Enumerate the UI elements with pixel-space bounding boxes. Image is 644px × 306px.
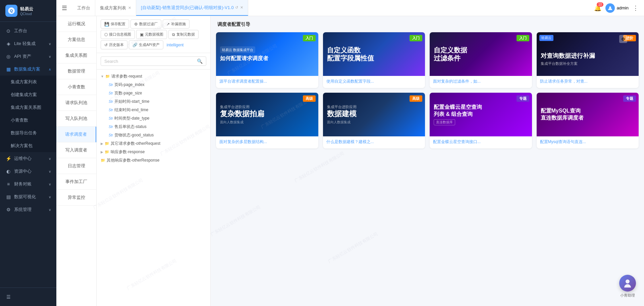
sidebar-item-label: API 资产 (14, 53, 49, 59)
left-panel-item-req-queue[interactable]: 请求队列池 (56, 95, 96, 111)
card-settings-icon-4[interactable]: ⚙ (619, 35, 627, 43)
search-icon[interactable]: 🔍 (197, 58, 203, 64)
tree-node-req-params[interactable]: ▼ 📁 请求参数-request (97, 72, 210, 81)
search-input[interactable] (104, 59, 197, 64)
gen-api-button[interactable]: 🔗 生成API资产 (129, 40, 163, 49)
type-str-badge: Str (109, 83, 113, 87)
sidebar-item-sys-mgmt[interactable]: ⚙ 系统管理 ∨ (0, 203, 56, 216)
guide-card-3[interactable]: 入门 自定义数据过滤条件 面对复杂的过滤条件，如... (430, 32, 532, 88)
header-menu-icon[interactable]: ☰ (62, 4, 67, 12)
sidebar-item-data-viz[interactable]: ▤ 数据可视化 ∨ (0, 190, 56, 203)
sidebar-item-label: 创建集成方案 (11, 92, 51, 98)
guide-card-6[interactable]: 高级 集成平台进阶应用 数据建模 面向人数据集成 什么是数据建模？建模之... (323, 93, 425, 148)
card-image-7: 专题 配置金蝶云星空查询列表 & 组合查询 直连数据库 (430, 93, 532, 136)
type-str-badge: Str (109, 133, 113, 137)
tab-reload-icon[interactable]: ↺ (235, 5, 238, 10)
guide-card-2[interactable]: 入门 自定义函数配置字段属性值 使用自定义函数配置字段... (323, 32, 425, 88)
card-badge-6: 高级 (410, 95, 422, 102)
tab-integration-detail[interactable]: [自动菱梨]-销售退货同步(已确认-明细对接)-V1.0 ↺ ✕ (136, 0, 248, 16)
tree-node-end-time[interactable]: Str 结束时间-end_time (97, 106, 210, 114)
supplement-button[interactable]: ↗ 补漏措施 (163, 19, 190, 29)
left-panel-item-log-mgmt[interactable]: 日志管理 (56, 158, 96, 174)
left-panel-item-query-count[interactable]: 小青查数 (56, 79, 96, 95)
card-badge-5: 高级 (303, 95, 316, 102)
sidebar-item-label: 数据可视化 (14, 194, 49, 200)
left-panel-item-req-moderator[interactable]: 请求调度者 (56, 127, 96, 142)
copy-data-button[interactable]: ⧉ 复制元数据 (168, 30, 199, 39)
folder-icon: 📁 (101, 158, 105, 163)
guide-card-8[interactable]: 专题 配置MySQL查询直连数据库调度者 配置Mysql查询语句直连... (537, 93, 639, 148)
sidebar-bottom-menu[interactable]: ☰ (5, 292, 51, 302)
tree-node-label: 其它请求参数-otherRequest (111, 141, 160, 146)
sidebar-item-workbench[interactable]: ⊙ 工作台 (0, 25, 56, 37)
left-panel-item-exception-monitor[interactable]: 异常监控 (56, 190, 96, 206)
sidebar-item-solution-package[interactable]: 解决方案包 (0, 139, 56, 152)
guide-card-4[interactable]: 轻易云 进阶 ⚙ 对查询数据进行补漏 集成平台数据补全方案 防止请求任务异常，对… (537, 32, 639, 88)
left-panel-item-write-moderator[interactable]: 写入调度者 (56, 142, 96, 158)
tree-node-other-resp[interactable]: 📁 其他响应参数-otherResponse (97, 156, 210, 165)
left-panel-item-data-mgmt[interactable]: 数据管理 (56, 63, 96, 79)
intelligent-button[interactable]: intelligent (165, 43, 186, 47)
tree-node-other-req[interactable]: ▶ 📁 其它请求参数-otherRequest (97, 139, 210, 148)
guide-card-5[interactable]: 高级 集成平台进阶应用 复杂数据拍扁 面向人数据集成 面对复杂的多层数据结构..… (216, 93, 318, 148)
meta-view-button[interactable]: ▣ 元数据视图 (136, 30, 167, 39)
svg-point-3 (626, 279, 630, 283)
tree-node-page-size[interactable]: Str 页数-page_size (97, 89, 210, 97)
tree-toggle-icon[interactable]: ▼ (101, 75, 104, 78)
tree-node-start-time[interactable]: Str 开始时间-start_time (97, 97, 210, 106)
tree-toggle-icon[interactable]: ▶ (101, 150, 103, 154)
interface-view-button[interactable]: ⬡ 接口信息视图 (101, 30, 135, 39)
guide-title: 调度者配置引导 (216, 21, 639, 28)
card-main-text-2: 自定义函数配置字段属性值 (327, 46, 374, 62)
notification-button[interactable]: 🔔 10 (594, 4, 601, 12)
tab-close-icon[interactable]: ✕ (240, 5, 243, 10)
tree-node-resp-params[interactable]: ▶ 📁 响应参数-response (97, 148, 210, 156)
tab-label: 工作台 (77, 5, 90, 11)
left-panel-item-scheme-info[interactable]: 方案信息 (56, 32, 96, 48)
tree-node-label: 售后单状态-status (114, 124, 147, 130)
guide-card-1[interactable]: 入门 轻易云 数据集成平台 如何配置请求调度者 源平台请求调度者配置操... (216, 32, 318, 88)
left-panel-item-overview[interactable]: 运行概况 (56, 16, 96, 32)
user-avatar[interactable]: admin (605, 3, 629, 13)
tab-integration-list[interactable]: 集成方案列表 ✕ (95, 0, 136, 16)
sidebar-item-integration-relation[interactable]: 集成方案关系图 (0, 101, 56, 114)
sidebar-item-resource[interactable]: ◐ 资源中心 ∨ (0, 165, 56, 178)
tab-workbench[interactable]: 工作台 (72, 0, 95, 16)
sidebar-item-lite[interactable]: ◈ Lite 轻集成 ∨ (0, 37, 56, 50)
api-icon: ◎ (5, 53, 11, 59)
sidebar-item-label: 财务对账 (14, 181, 49, 187)
tree-node-label: 页数-page_size (114, 90, 142, 96)
tree-node-page-index[interactable]: Str 页码-page_index (97, 81, 210, 89)
tree-node-good-status[interactable]: Str 货物状态-good_status (97, 131, 210, 139)
menu-icon: ☰ (5, 294, 11, 300)
lite-icon: ◈ (5, 41, 11, 47)
assistant-button[interactable]: 小青助理 (619, 275, 636, 298)
card-image-1: 入门 轻易云 数据集成平台 如何配置请求调度者 (216, 32, 318, 76)
left-panel-item-event-factory[interactable]: 事件加工厂 (56, 174, 96, 190)
sidebar-item-create-integration[interactable]: 创建集成方案 (0, 88, 56, 101)
tree-toggle-icon[interactable]: ▶ (101, 142, 103, 145)
sidebar-item-integration-list[interactable]: 集成方案列表 (0, 76, 56, 88)
left-panel-item-integration-view[interactable]: 集成关系图 (56, 48, 96, 63)
sidebar-item-export-task[interactable]: 数据导出任务 (0, 127, 56, 139)
type-str-badge: Str (109, 108, 113, 112)
save-config-button[interactable]: 💾 保存配置 (101, 19, 129, 29)
tab-close-icon[interactable]: ✕ (128, 6, 131, 10)
guide-card-7[interactable]: 专题 配置金蝶云星空查询列表 & 组合查询 直连数据库 配置金蝶云星空查询接口.… (430, 93, 532, 148)
more-options-icon[interactable]: ⋮ (633, 4, 639, 12)
sidebar-item-label: 系统管理 (14, 207, 49, 213)
sidebar-item-query-data[interactable]: 小青查数 (0, 114, 56, 127)
sidebar-item-ops-center[interactable]: ⚡ 运维中心 ∨ (0, 152, 56, 165)
sidebar-item-finance[interactable]: ≡ 财务对账 ∨ (0, 178, 56, 190)
sidebar-nav: ⊙ 工作台 ◈ Lite 轻集成 ∨ ◎ API 资产 ∨ ▦ 数据集成方案 ∧ (0, 22, 56, 288)
tree-node-date-type[interactable]: Str 时间类型-date_type (97, 114, 210, 123)
tree-node-status[interactable]: Str 售后单状态-status (97, 123, 210, 131)
tree-node-label: 页码-page_index (114, 82, 145, 88)
sidebar-item-data-integration[interactable]: ▦ 数据集成方案 ∧ (0, 63, 56, 76)
data-filter-button[interactable]: ⚙ 数据过滤厂 (130, 19, 161, 29)
left-panel-item-write-queue[interactable]: 写入队列池 (56, 111, 96, 127)
sidebar-item-api[interactable]: ◎ API 资产 ∨ (0, 50, 56, 63)
card-desc-5: 面向人数据集成 (220, 120, 244, 125)
card-main-text-1: 如何配置请求调度者 (220, 55, 268, 62)
history-button[interactable]: ↺ 历史版本 (101, 40, 127, 49)
